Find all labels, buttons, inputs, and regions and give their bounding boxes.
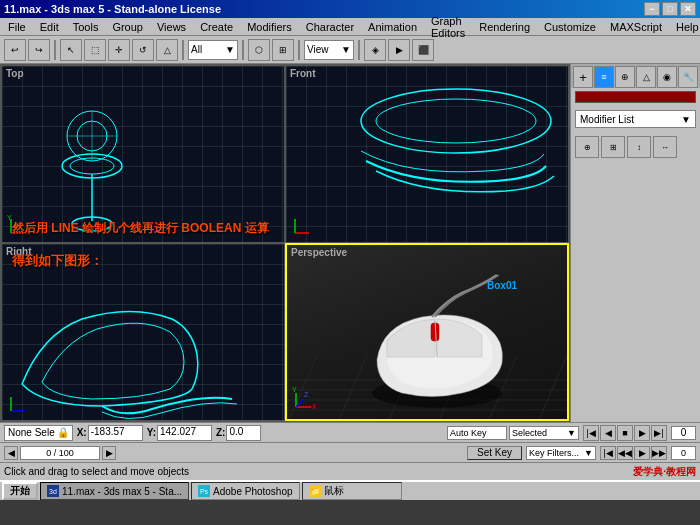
svg-line-27 [537,355,567,419]
window-title: 11.max - 3ds max 5 - Stand-alone License [4,3,221,15]
next-button[interactable]: ▶ [634,425,650,441]
menu-bar: File Edit Tools Group Views Create Modif… [0,18,700,36]
close-button[interactable]: ✕ [680,2,696,16]
z-label: Z: [216,427,225,438]
y-value[interactable]: 142.027 [157,425,212,441]
menu-customize[interactable]: Customize [538,20,602,34]
viewport-right[interactable]: Right 得到如下图形： [1,243,285,421]
progress-bar: 0 / 100 [20,446,100,460]
prev-button[interactable]: ◀ [600,425,616,441]
menu-tools[interactable]: Tools [67,20,105,34]
viewport-perspective[interactable]: Box01 Perspective X Y Z [285,243,569,421]
menu-edit[interactable]: Edit [34,20,65,34]
align-button[interactable]: ⊞ [272,39,294,61]
menu-graph-editors[interactable]: Graph Editors [425,14,471,40]
taskbar-item-3dsmax[interactable]: 3d 11.max - 3ds max 5 - Sta... [40,482,189,500]
menu-modifiers[interactable]: Modifiers [241,20,298,34]
status-bar2: Click and drag to select and move object… [0,462,700,480]
prev-frame-btn[interactable]: ◀ [4,446,18,460]
y-label: Y: [147,427,156,438]
transport-btn-1[interactable]: |◀ [600,446,616,460]
menu-group[interactable]: Group [106,20,149,34]
scale-button[interactable]: △ [156,39,178,61]
z-value[interactable]: 0.0 [226,425,261,441]
transport-btn-3[interactable]: ▶ [634,446,650,460]
menu-create[interactable]: Create [194,20,239,34]
quick-render-button[interactable]: ⬛ [412,39,434,61]
mirror-button[interactable]: ⬡ [248,39,270,61]
autokey-label: Auto Key [450,428,487,438]
select-region-button[interactable]: ⬚ [84,39,106,61]
transport-btn-4[interactable]: ▶▶ [651,446,667,460]
rpanel-tab-modify[interactable]: ≡ [594,66,614,88]
selection-text: None Sele [8,427,55,438]
render-scene-button[interactable]: ▶ [388,39,410,61]
minimize-button[interactable]: − [644,2,660,16]
taskbar-item-photoshop-label: Adobe Photoshop [213,486,293,497]
taskbar-item-photoshop[interactable]: Ps Adobe Photoshop [191,482,300,500]
set-key-button[interactable]: Set Key [467,446,522,460]
next-frame-btn[interactable]: ▶ [102,446,116,460]
viewport-label-front: Front [290,68,316,79]
viewport-top[interactable]: Top X Y [1,65,285,243]
taskbar-item-folder[interactable]: 📁 鼠标 [302,482,402,500]
front-view-svg [286,66,568,242]
move-button[interactable]: ✛ [108,39,130,61]
selection-display: None Sele 🔒 [4,425,73,441]
svg-text:Z: Z [304,391,309,398]
color-swatch[interactable] [575,91,696,103]
menu-maxscript[interactable]: MAXScript [604,20,668,34]
undo-button[interactable]: ↩ [4,39,26,61]
frame-display-2[interactable]: 0 [671,446,696,460]
rpanel-tab-hierarchy[interactable]: ⊕ [615,66,635,88]
lock-icon: 🔒 [57,427,69,438]
taskbar-item-folder-label: 鼠标 [324,484,344,498]
rpanel-tab-utilities[interactable]: 🔧 [678,66,698,88]
panel-btn-2[interactable]: ⊞ [601,136,625,158]
axis-perspective: X Y Z [291,385,321,415]
viewport-label-perspective: Perspective [291,247,347,258]
viewport-front[interactable]: Front [285,65,569,243]
viewports: Top X Y [0,64,570,422]
panel-btn-4[interactable]: ↔ [653,136,677,158]
y-coord: Y: 142.027 [147,425,212,441]
select-button[interactable]: ↖ [60,39,82,61]
redo-button[interactable]: ↪ [28,39,50,61]
frame-counter[interactable]: 0 [671,426,696,440]
main-area: Top X Y [0,64,700,422]
right-panel-tabs: + ≡ ⊕ △ ◉ 🔧 [571,64,700,88]
rpanel-tab-display[interactable]: ◉ [657,66,677,88]
menu-help[interactable]: Help [670,20,700,34]
rotate-button[interactable]: ↺ [132,39,154,61]
start-button[interactable]: 开始 [2,482,38,500]
x-value[interactable]: -183.57 [88,425,143,441]
toolbar-sep-5 [358,40,360,60]
panel-btn-3[interactable]: ↕ [627,136,651,158]
modifier-list-dropdown[interactable]: Modifier List ▼ [575,110,696,128]
panel-controls: ⊕ ⊞ ↕ ↔ [571,132,700,162]
material-editor-button[interactable]: ◈ [364,39,386,61]
maximize-button[interactable]: □ [662,2,678,16]
menu-views[interactable]: Views [151,20,192,34]
menu-animation[interactable]: Animation [362,20,423,34]
play-button[interactable]: |◀ [583,425,599,441]
view-dropdown[interactable]: View▼ [304,40,354,60]
toolbar-sep-1 [54,40,56,60]
rpanel-tab-motion[interactable]: △ [636,66,656,88]
end-button[interactable]: ▶| [651,425,667,441]
menu-file[interactable]: File [2,20,32,34]
filter-dropdown[interactable]: All▼ [188,40,238,60]
right-panel: + ≡ ⊕ △ ◉ 🔧 Modifier List ▼ ⊕ ⊞ ↕ ↔ [570,64,700,422]
menu-rendering[interactable]: Rendering [473,20,536,34]
panel-btn-1[interactable]: ⊕ [575,136,599,158]
overlay-text-2: 得到如下图形： [12,252,103,270]
key-filters-dropdown[interactable]: Key Filters...▼ [526,446,596,460]
photoshop-icon: Ps [198,485,210,497]
stop-button[interactable]: ■ [617,425,633,441]
transport-btn-2[interactable]: ◀◀ [617,446,633,460]
site-logo: 爱学典·教程网 [633,465,696,479]
x-label: X: [77,427,87,438]
menu-character[interactable]: Character [300,20,360,34]
rpanel-tab-create[interactable]: + [573,66,593,88]
z-coord: Z: 0.0 [216,425,261,441]
